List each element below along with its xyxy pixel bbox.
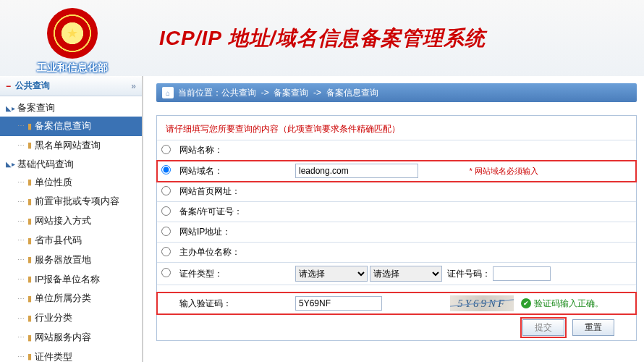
bullet-icon: ⋯ bbox=[17, 140, 25, 151]
sidebar-item[interactable]: ⋯▮行业分类 bbox=[0, 308, 142, 328]
sidebar-category-records[interactable]: ◣▸ 备案查询 bbox=[0, 99, 142, 117]
row-site-name: 网站名称： bbox=[157, 140, 636, 161]
form-hint: 请仔细填写您所要查询的内容（此项查询要求条件精确匹配） bbox=[157, 116, 636, 140]
row-record-no: 备案/许可证号： bbox=[157, 202, 636, 222]
sidebar-item[interactable]: ⋯▮证件类型 bbox=[0, 348, 142, 362]
doc-icon: ▮ bbox=[27, 120, 32, 133]
row-site-domain: 网站域名： * 网站域名必须输入 bbox=[157, 161, 636, 182]
input-captcha[interactable] bbox=[295, 296, 382, 311]
bullet-icon: ⋯ bbox=[17, 216, 25, 227]
select-cert-type-2[interactable]: 请选择 bbox=[370, 266, 442, 282]
sidebar-item[interactable]: ⋯▮省市县代码 bbox=[0, 231, 142, 251]
folder-arrow-icon: ◣▸ bbox=[6, 104, 16, 112]
sidebar: − 公共查询 » ◣▸ 备案查询 ⋯ ▮ 备案信息查询 ⋯ ▮ 黑名单网站查询 … bbox=[0, 76, 143, 362]
chevron-double-icon[interactable]: » bbox=[131, 81, 136, 91]
select-cert-type-1[interactable]: 请选择 bbox=[295, 266, 368, 282]
captcha-ok-label: 验证码输入正确。 bbox=[521, 298, 603, 310]
ministry-name: 工业和信息化部 bbox=[0, 62, 145, 75]
breadcrumb: ⌂ 当前位置： 公共查询 -> 备案查询 -> 备案信息查询 bbox=[156, 83, 637, 102]
doc-icon: ▮ bbox=[27, 139, 32, 152]
doc-icon: ▮ bbox=[27, 235, 32, 248]
folder-arrow-icon: ◣▸ bbox=[6, 160, 16, 168]
home-icon[interactable]: ⌂ bbox=[162, 87, 174, 98]
doc-icon: ▮ bbox=[27, 273, 32, 286]
reset-button[interactable]: 重置 bbox=[572, 319, 614, 336]
input-site-domain[interactable] bbox=[295, 164, 418, 178]
header: ★ 工业和信息化部 ICP/IP 地址/域名信息备案管理系统 bbox=[0, 0, 644, 76]
input-cert-no[interactable] bbox=[493, 266, 551, 281]
doc-icon: ▮ bbox=[27, 215, 32, 228]
doc-icon: ▮ bbox=[27, 253, 32, 266]
row-org-name: 主办单位名称： bbox=[157, 243, 636, 263]
query-form: 请仔细填写您所要查询的内容（此项查询要求条件精确匹配） 网站名称： 网站域名： … bbox=[156, 115, 637, 341]
radio-site-ip[interactable] bbox=[161, 227, 171, 236]
bullet-icon: ⋯ bbox=[17, 313, 25, 324]
doc-icon: ▮ bbox=[27, 312, 32, 325]
radio-site-domain[interactable] bbox=[161, 165, 171, 174]
bullet-icon: ⋯ bbox=[17, 293, 25, 305]
radio-site-name[interactable] bbox=[161, 145, 171, 154]
breadcrumb-prefix: 当前位置： bbox=[178, 87, 221, 99]
bullet-icon: ⋯ bbox=[17, 274, 25, 285]
bullet-icon: ⋯ bbox=[17, 120, 25, 132]
national-emblem-icon: ★ bbox=[47, 8, 98, 59]
row-cert-type: 证件类型： 请选择 请选择 证件号码： bbox=[157, 263, 636, 285]
radio-org-name[interactable] bbox=[161, 247, 171, 256]
emblem-area: ★ 工业和信息化部 bbox=[0, 2, 145, 75]
captcha-image[interactable]: 5Y69NF bbox=[450, 295, 514, 311]
submit-button[interactable]: 提交 bbox=[522, 319, 564, 336]
sidebar-title: 公共查询 bbox=[15, 80, 50, 92]
main-panel: ⌂ 当前位置： 公共查询 -> 备案查询 -> 备案信息查询 请仔细填写您所要查… bbox=[143, 76, 644, 362]
required-note: * 网站域名必须输入 bbox=[465, 161, 636, 182]
row-site-home: 网站首页网址： bbox=[157, 182, 636, 202]
bullet-icon: ⋯ bbox=[17, 177, 25, 188]
cert-no-label: 证件号码： bbox=[447, 269, 491, 279]
doc-icon: ▮ bbox=[27, 176, 32, 189]
radio-record-no[interactable] bbox=[161, 206, 171, 216]
sidebar-item[interactable]: ⋯▮IP报备单位名称 bbox=[0, 270, 142, 290]
doc-icon: ▮ bbox=[27, 332, 32, 345]
bullet-icon: ⋯ bbox=[17, 196, 25, 208]
bullet-icon: ⋯ bbox=[17, 351, 25, 362]
sidebar-item[interactable]: ⋯▮服务器放置地 bbox=[0, 251, 142, 270]
bullet-icon: ⋯ bbox=[17, 332, 25, 343]
row-captcha: 输入验证码： 5Y69NF 验证码输入正确。 bbox=[157, 292, 636, 315]
sidebar-item[interactable]: ⋯▮前置审批或专项内容 bbox=[0, 192, 142, 211]
radio-site-home[interactable] bbox=[161, 186, 171, 195]
sidebar-header[interactable]: − 公共查询 » bbox=[0, 76, 142, 96]
sidebar-item[interactable]: ⋯▮网站服务内容 bbox=[0, 328, 142, 348]
doc-icon: ▮ bbox=[27, 350, 32, 362]
doc-icon: ▮ bbox=[27, 195, 32, 209]
bullet-icon: ⋯ bbox=[17, 254, 25, 266]
sidebar-item[interactable]: ⋯▮单位性质 bbox=[0, 173, 142, 193]
sidebar-item-record-info-query[interactable]: ⋯ ▮ 备案信息查询 bbox=[0, 117, 142, 136]
sidebar-item[interactable]: ⋯▮单位所属分类 bbox=[0, 289, 142, 308]
sidebar-category-basic-codes[interactable]: ◣▸ 基础代码查询 bbox=[0, 156, 142, 173]
system-title: ICP/IP 地址/域名信息备案管理系统 bbox=[159, 25, 486, 52]
sidebar-item-blacklist-query[interactable]: ⋯ ▮ 黑名单网站查询 bbox=[0, 136, 142, 156]
collapse-icon: − bbox=[6, 81, 11, 91]
row-site-ip: 网站IP地址： bbox=[157, 222, 636, 243]
doc-icon: ▮ bbox=[27, 292, 32, 306]
bullet-icon: ⋯ bbox=[17, 235, 25, 246]
radio-cert-type[interactable] bbox=[161, 268, 171, 277]
sidebar-item[interactable]: ⋯▮网站接入方式 bbox=[0, 211, 142, 231]
